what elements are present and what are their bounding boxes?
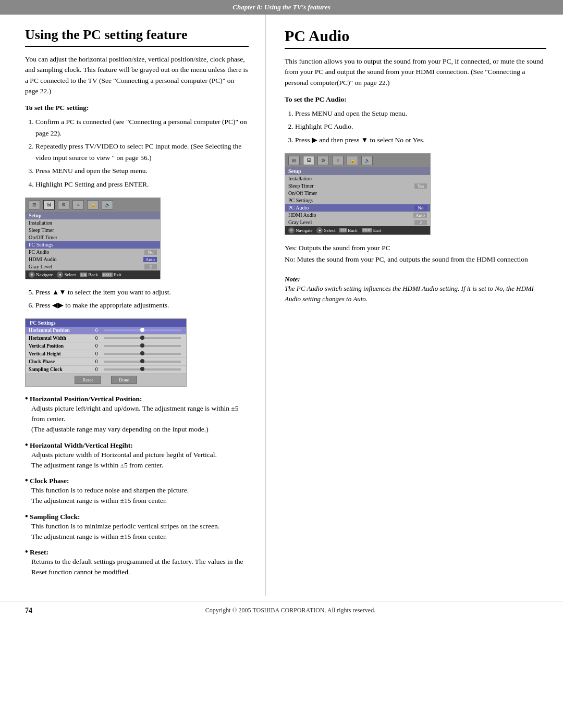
right-menu-nav-bar: ⊕ Navigate ● Select CH Back EXIT Exit	[285, 226, 430, 235]
note-section: Note: The PC Audio switch setting influe…	[285, 275, 546, 304]
right-menu-row-gray: Gray Level 2	[285, 219, 430, 226]
right-menu-row-onoff: On/Off Timer	[285, 190, 430, 197]
menu-icon-3: ⚙	[58, 200, 69, 209]
right-menu-screenshot: ⊞ 🖫 ⚙ ≡ 🔒 🔊 Setup Installation Sleep Tim…	[285, 153, 431, 235]
note-title: Note:	[285, 275, 546, 283]
pc-row-vert-height: Vertical Height 0	[26, 350, 186, 358]
left-menu-screenshot: ⊞ 🖫 ⚙ ≡ 🔒 🔊 Setup Installation Sleep Tim…	[25, 198, 161, 279]
right-steps-list: Press MENU and open the Setup menu. High…	[295, 108, 546, 146]
right-menu-row-installation: Installation	[285, 175, 430, 182]
bullet-horiz-vert: • Horizontal Position/Vertical Position:…	[25, 394, 249, 435]
done-button[interactable]: Done	[111, 376, 137, 384]
page-number: 74	[25, 607, 32, 615]
menu-icon-4: ≡	[72, 200, 84, 209]
pc-row-horiz-pos: Horizontal Position 0	[26, 327, 186, 335]
bullet-horiz-width: • Horizontal Width/Vertical Hegiht: Adju…	[25, 440, 249, 471]
menu-row-pc-settings: PC Settings	[26, 241, 160, 249]
right-menu-icon-bar: ⊞ 🖫 ⚙ ≡ 🔒 🔊	[285, 154, 430, 167]
right-menu-row-hdmi: HDMI Audio Auto	[285, 212, 430, 219]
left-intro: You can adjust the horizontal position/s…	[25, 54, 249, 96]
right-column: PC Audio This function allows you to out…	[266, 15, 563, 596]
reset-button[interactable]: Reset	[75, 376, 101, 384]
header-text: Chapter 8: Using the TV's features	[232, 3, 330, 11]
menu-row-installation: Installation	[26, 219, 160, 227]
yes-text: Yes: Outputs the sound from your PC	[285, 242, 546, 254]
menu-icon-6: 🔊	[102, 200, 113, 209]
right-menu-label: Setup	[285, 167, 430, 175]
right-menu-icon-3: ⚙	[317, 156, 329, 165]
menu-row-pc-audio: PC Audio No	[26, 249, 160, 256]
pc-row-horiz-width: Horizontal Width 0	[26, 335, 186, 342]
left-steps-list-2: Press ▲▼ to select the item you want to …	[35, 287, 249, 311]
pc-settings-screenshot: PC Settings Horizontal Position 0 Horizo…	[25, 318, 187, 387]
left-sub-heading: To set the PC setting:	[25, 104, 249, 112]
copyright-text: Copyright © 2005 TOSHIBA CORPORATION. Al…	[43, 607, 538, 614]
menu-row-gray: Gray Level 2	[26, 263, 160, 270]
right-section-title: PC Audio	[285, 27, 546, 49]
right-menu-row-pc-settings: PC Settings	[285, 197, 430, 204]
pc-settings-title: PC Settings	[26, 319, 186, 327]
menu-label: Setup	[26, 212, 160, 219]
right-menu-row-pc-audio: PC Audio No	[285, 204, 430, 212]
right-menu-icon-6: 🔊	[361, 156, 373, 165]
yes-no-section: Yes: Outputs the sound from your PC No: …	[285, 242, 546, 266]
step-4: Highlight PC Setting and press ENTER.	[35, 179, 249, 190]
bullet-reset: • Reset: Returns to the default settings…	[25, 547, 249, 578]
right-step-1: Press MENU and open the Setup menu.	[295, 108, 546, 119]
step-3: Press MENU and open the Setup menu.	[35, 165, 249, 177]
pc-row-clock: Clock Phase 0	[26, 358, 186, 366]
menu-icon-2: 🖫	[43, 200, 55, 209]
note-text: The PC Audio switch setting influences t…	[285, 283, 546, 304]
right-step-2: Highlight PC Audio.	[295, 121, 546, 132]
right-menu-icon-4: ≡	[332, 156, 344, 165]
step-1: Confirm a PC is connected (see "Connecti…	[35, 116, 249, 139]
menu-nav-bar: ⊕ Navigate ● Select CH Back EXIT Exit	[26, 270, 160, 279]
right-sub-heading: To set the PC Audio:	[285, 95, 546, 104]
menu-row-hdmi: HDMI Audio Auto	[26, 256, 160, 263]
step-5: Press ▲▼ to select the item you want to …	[35, 287, 249, 298]
step-2: Repeatedly press TV/VIDEO to select PC i…	[35, 141, 249, 163]
page-header: Chapter 8: Using the TV's features	[0, 0, 563, 15]
menu-icon-bar: ⊞ 🖫 ⚙ ≡ 🔒 🔊	[26, 198, 160, 212]
right-menu-icon-1: ⊞	[288, 156, 300, 165]
menu-row-onoff: On/Off Timer	[26, 234, 160, 241]
right-step-3: Press ▶ and then press ▼ to select No or…	[295, 134, 546, 146]
pc-row-vert-pos: Vertical Position 0	[26, 342, 186, 350]
pc-settings-footer: Reset Done	[26, 374, 186, 386]
step-6: Press ◀▶ to make the appropriate adjustm…	[35, 300, 249, 311]
right-menu-icon-2: 🖫	[303, 156, 314, 165]
left-column: Using the PC setting feature You can adj…	[0, 15, 266, 596]
right-menu-icon-5: 🔒	[347, 156, 358, 165]
page-footer: 74 Copyright © 2005 TOSHIBA CORPORATION.…	[0, 601, 563, 620]
left-section-title: Using the PC setting feature	[25, 27, 249, 47]
bullet-sampling: • Sampling Clock: This function is to mi…	[25, 512, 249, 542]
pc-row-sampling: Sampling Clock 0	[26, 366, 186, 374]
left-steps-list: Confirm a PC is connected (see "Connecti…	[35, 116, 249, 190]
no-text: No: Mutes the sound from your PC, and ou…	[285, 254, 546, 266]
right-menu-row-sleep: Sleep Timer Yes	[285, 182, 430, 190]
menu-icon-5: 🔒	[87, 200, 99, 209]
bullet-clock: • Clock Phase: This function is to reduc…	[25, 476, 249, 507]
menu-icon-1: ⊞	[29, 200, 40, 209]
right-intro: This function allows you to output the s…	[285, 56, 546, 88]
menu-row-sleep: Sleep Timer	[26, 227, 160, 234]
